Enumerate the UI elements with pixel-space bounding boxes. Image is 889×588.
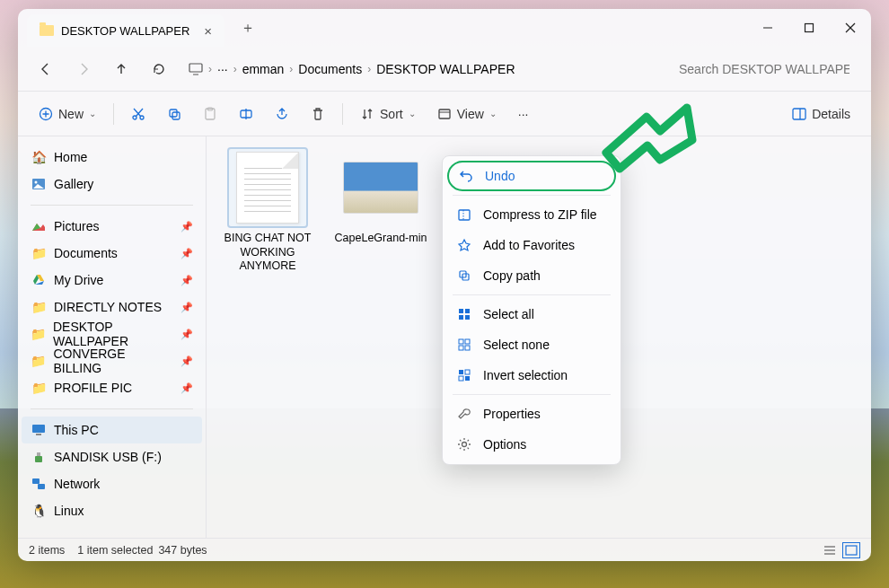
svg-rect-50 xyxy=(465,376,470,381)
maximize-button[interactable] xyxy=(788,9,830,47)
svg-rect-47 xyxy=(459,370,463,374)
sidebar-pictures[interactable]: Pictures📌 xyxy=(22,213,202,240)
file-item[interactable]: CapeLeGrand-min xyxy=(332,149,429,246)
sidebar-mydrive[interactable]: My Drive📌 xyxy=(22,267,202,294)
details-pane-button[interactable]: Details xyxy=(784,99,858,129)
back-button[interactable] xyxy=(31,54,61,84)
gdrive-icon xyxy=(31,274,47,286)
breadcrumb-segment[interactable]: emman xyxy=(242,62,285,76)
svg-point-24 xyxy=(35,181,38,184)
sidebar-gallery[interactable]: Gallery xyxy=(22,171,202,197)
close-tab-icon[interactable]: × xyxy=(204,23,212,39)
sidebar-this-pc[interactable]: This PC xyxy=(22,417,202,443)
ellipsis-icon: ··· xyxy=(518,107,529,121)
gear-icon xyxy=(456,437,472,452)
pin-icon: 📌 xyxy=(180,302,193,313)
monitor-icon xyxy=(189,63,203,75)
view-thumbnails-button[interactable] xyxy=(842,542,860,558)
trash-icon xyxy=(311,107,325,121)
share-button[interactable] xyxy=(267,99,297,129)
sort-button[interactable]: Sort⌄ xyxy=(352,99,424,129)
folder-icon: 📁 xyxy=(31,355,46,367)
ctx-select-all[interactable]: Select all xyxy=(447,299,616,329)
status-bar: 2 items 1 item selected 347 bytes xyxy=(18,538,871,561)
more-button[interactable]: ··· xyxy=(510,99,537,129)
image-thumbnail xyxy=(343,162,418,214)
svg-rect-42 xyxy=(465,315,470,320)
toolbar: New⌄ Sort⌄ View⌄ ··· Details xyxy=(18,92,871,136)
svg-point-51 xyxy=(462,443,467,447)
refresh-button[interactable] xyxy=(144,54,174,84)
sidebar-profile-pic[interactable]: 📁PROFILE PIC📌 xyxy=(22,374,202,401)
svg-rect-40 xyxy=(465,309,470,313)
share-icon xyxy=(275,107,289,121)
svg-rect-14 xyxy=(172,112,180,119)
chevron-right-icon: › xyxy=(289,63,293,75)
pin-icon: 📌 xyxy=(180,221,193,233)
search-input[interactable] xyxy=(670,54,858,84)
file-name: BING CHAT NOT WORKING ANYMORE xyxy=(219,232,316,274)
sidebar-documents[interactable]: 📁Documents📌 xyxy=(22,240,202,267)
ctx-options[interactable]: Options xyxy=(447,429,616,460)
svg-rect-45 xyxy=(459,346,463,350)
svg-rect-48 xyxy=(465,370,470,374)
close-window-button[interactable] xyxy=(830,9,871,47)
ctx-undo[interactable]: Undo xyxy=(447,161,616,191)
view-button[interactable]: View⌄ xyxy=(429,99,505,129)
cut-button[interactable] xyxy=(123,99,154,129)
tab-active[interactable]: DESKTOP WALLPAPER × xyxy=(27,14,224,47)
chevron-right-icon: › xyxy=(208,63,212,75)
sidebar-converge-billing[interactable]: 📁CONVERGE BILLING📌 xyxy=(22,347,202,374)
status-item-count: 2 items xyxy=(29,544,65,557)
sort-icon xyxy=(360,107,374,121)
delete-button[interactable] xyxy=(303,99,333,129)
svg-rect-28 xyxy=(37,452,40,456)
file-item[interactable]: BING CHAT NOT WORKING ANYMORE xyxy=(219,149,316,274)
ctx-copy-path[interactable]: Copy path xyxy=(447,260,616,291)
undo-icon xyxy=(458,169,474,183)
copy-icon xyxy=(167,107,181,121)
breadcrumb-ellipsis[interactable]: ··· xyxy=(217,62,228,76)
details-pane-icon xyxy=(792,108,806,120)
breadcrumb-segment[interactable]: Documents xyxy=(298,62,362,76)
sidebar-usb[interactable]: SANDISK USB (F:) xyxy=(22,443,202,470)
sidebar-network[interactable]: Network xyxy=(22,470,202,497)
wrench-icon xyxy=(456,407,472,421)
status-size: 347 bytes xyxy=(158,544,207,557)
forward-button[interactable] xyxy=(68,54,99,84)
sidebar-linux[interactable]: 🐧Linux xyxy=(22,497,202,524)
view-list-button[interactable] xyxy=(821,542,839,558)
ctx-invert-selection[interactable]: Invert selection xyxy=(447,360,616,391)
select-all-icon xyxy=(456,307,472,321)
copy-button[interactable] xyxy=(159,99,189,129)
svg-rect-21 xyxy=(793,109,805,119)
ctx-favorites[interactable]: Add to Favorites xyxy=(447,230,616,260)
breadcrumb[interactable]: › ··· › emman › Documents › DESKTOP WALL… xyxy=(181,54,663,84)
breadcrumb-segment[interactable]: DESKTOP WALLPAPER xyxy=(376,62,515,76)
view-icon xyxy=(437,107,452,121)
ctx-properties[interactable]: Properties xyxy=(447,399,616,429)
zip-icon xyxy=(456,207,472,222)
home-icon: 🏠 xyxy=(31,151,47,163)
new-button[interactable]: New⌄ xyxy=(31,99,104,129)
paste-button[interactable] xyxy=(195,99,225,129)
pin-icon: 📌 xyxy=(180,382,193,394)
gallery-icon xyxy=(31,178,47,190)
ctx-select-none[interactable]: Select none xyxy=(447,329,616,360)
sidebar-directly-notes[interactable]: 📁DIRECTLY NOTES📌 xyxy=(22,294,202,320)
svg-rect-41 xyxy=(459,315,463,320)
new-tab-button[interactable]: ＋ xyxy=(241,19,255,38)
folder-icon: 📁 xyxy=(31,382,47,394)
svg-rect-30 xyxy=(38,484,45,489)
minimize-button[interactable] xyxy=(747,9,788,47)
window-controls xyxy=(747,9,871,47)
sidebar-desktop-wallpaper[interactable]: 📁DESKTOP WALLPAPER📌 xyxy=(22,320,202,347)
pin-icon: 📌 xyxy=(180,248,193,259)
svg-rect-26 xyxy=(36,434,41,435)
up-button[interactable] xyxy=(106,54,136,84)
ctx-compress[interactable]: Compress to ZIP file xyxy=(447,199,616,230)
usb-icon xyxy=(31,451,47,463)
rename-button[interactable] xyxy=(231,99,261,129)
sidebar-home[interactable]: 🏠Home xyxy=(22,144,202,171)
svg-rect-35 xyxy=(459,210,470,220)
